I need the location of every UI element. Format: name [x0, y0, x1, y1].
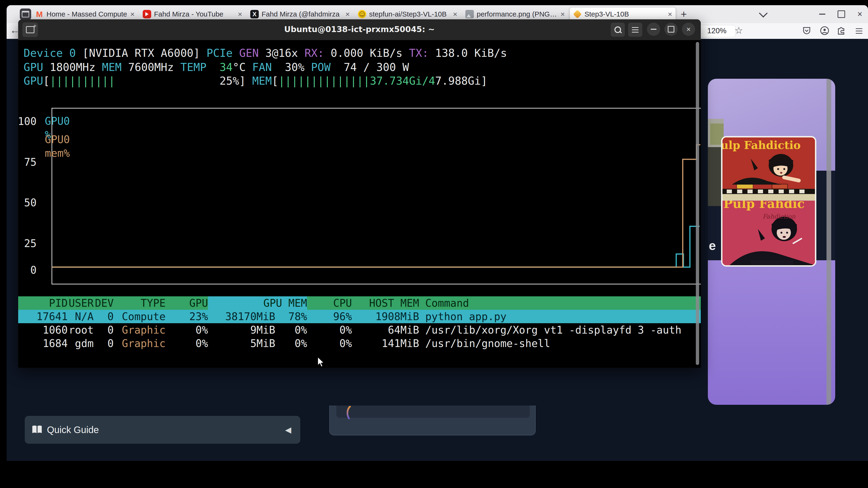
- terminal-scrollbar[interactable]: [696, 42, 699, 365]
- terminal-search-button[interactable]: [611, 23, 625, 37]
- terminal-window[interactable]: Ubuntu@0138-ict-prxmx50045: ~ × Device 0…: [18, 19, 701, 368]
- terminal-title: Ubuntu@0138-ict-prxmx50045: ~: [18, 25, 701, 34]
- process-cell: 38170MiB: [208, 310, 275, 323]
- partially-hidden-text: e: [709, 238, 716, 253]
- tab-list-chevron-icon[interactable]: [759, 9, 768, 18]
- nvtop-clock-line: GPU 1800MHz MEM 7600MHz TEMP 34°C FAN 30…: [24, 60, 409, 74]
- tab-1[interactable]: MHome - Massed Compute×: [32, 7, 138, 21]
- process-table-header[interactable]: PIDUSERDEVTYPEGPUGPU MEMCPUHOST MEMComma…: [18, 296, 701, 310]
- tab-label: Step3-VL-10B: [585, 10, 665, 18]
- window-controls: ×: [760, 5, 862, 23]
- process-cell: 96%: [307, 310, 352, 323]
- account-icon[interactable]: [820, 26, 829, 36]
- col-header[interactable]: GPU: [165, 296, 208, 310]
- nvtop-device-line: Device 0 [NVIDIA RTX A6000] PCIe GEN 3@1…: [24, 46, 507, 60]
- panel-lavender-band: [708, 260, 835, 405]
- example-gallery-panel[interactable]: e: [708, 79, 835, 405]
- tab-label: stepfun-ai/Step3-VL-10B: [369, 10, 450, 18]
- y-tick-label: 75: [18, 155, 36, 169]
- process-cell: 0%: [275, 323, 307, 337]
- terminal-titlebar[interactable]: Ubuntu@0138-ict-prxmx50045: ~ ×: [18, 19, 701, 40]
- process-cell: 0: [94, 310, 114, 323]
- col-header[interactable]: TYPE: [114, 296, 165, 310]
- quick-guide-accordion[interactable]: Quick Guide ◀: [25, 416, 300, 444]
- process-cell: /usr/lib/xorg/Xorg vt1 -displayfd 3 -aut…: [419, 323, 701, 337]
- tab-close-icon[interactable]: ×: [130, 10, 135, 19]
- process-cell: 0: [94, 323, 114, 337]
- tab-close-icon[interactable]: ×: [668, 10, 672, 19]
- tab-label: Fahd Mirza - YouTube: [154, 10, 235, 18]
- col-header[interactable]: USER: [68, 296, 94, 310]
- process-cell: 1060: [18, 323, 68, 337]
- terminal-minimize-button[interactable]: [647, 23, 660, 36]
- col-header[interactable]: CPU: [307, 296, 352, 310]
- col-header[interactable]: PID: [18, 296, 68, 310]
- poster-anime: ulp Fahdictio: [722, 137, 815, 201]
- process-row[interactable]: 1684gdm0Graphic0%5MiB0%0%141MiB/usr/bin/…: [18, 337, 701, 350]
- window-minimize-button[interactable]: [819, 14, 825, 14]
- col-header[interactable]: GPU MEM: [208, 296, 307, 310]
- tab-label: Home - Massed Compute: [46, 10, 127, 18]
- poster-top-title: ulp Fahdictio: [722, 139, 801, 152]
- pocket-icon[interactable]: [802, 26, 811, 36]
- col-header[interactable]: Command: [419, 296, 701, 310]
- process-cell: 1908MiB: [352, 310, 419, 323]
- youtube-icon: [143, 10, 151, 19]
- process-cell: N/A: [68, 310, 94, 323]
- y-tick-label: 25: [18, 237, 36, 250]
- massed-compute-icon: M: [35, 10, 44, 19]
- stepfun-icon: [573, 10, 582, 19]
- process-cell: 0: [94, 337, 114, 350]
- menu-hamburger-icon[interactable]: [856, 28, 862, 34]
- tab-2[interactable]: Fahd Mirza - YouTube×: [140, 7, 246, 21]
- new-tab-button[interactable]: +: [681, 8, 687, 20]
- legend-entry: GPU0 mem%: [45, 133, 70, 160]
- process-row[interactable]: 17641N/A0Compute23%38170MiB78%96%1908MiB…: [18, 310, 701, 323]
- window-restore-button[interactable]: [838, 10, 845, 18]
- process-cell: Graphic: [114, 323, 165, 337]
- process-cell: /usr/bin/gnome-shell: [419, 337, 701, 350]
- process-cell: 0%: [275, 337, 307, 350]
- process-cell: 5MiB: [208, 337, 275, 350]
- tab-close-icon[interactable]: ×: [560, 10, 565, 19]
- extensions-puzzle-icon[interactable]: [836, 26, 846, 36]
- window-close-button[interactable]: ×: [857, 10, 862, 19]
- tab-5[interactable]: performance.png (PNG Ima×: [462, 7, 568, 21]
- terminal-menu-button[interactable]: [628, 23, 642, 37]
- gradio-inner-box: [336, 405, 530, 418]
- process-cell: 0%: [307, 337, 352, 350]
- poster-photo: Pulp Fahdic Fahdiction: [722, 201, 815, 265]
- book-icon: [31, 425, 43, 434]
- bookmark-star-icon[interactable]: ☆: [735, 25, 743, 36]
- col-header[interactable]: HOST MEM: [352, 296, 419, 310]
- tab-3[interactable]: XFahd Mirza (@fahdmirza×: [247, 7, 353, 21]
- browser-view-icon[interactable]: [20, 8, 31, 20]
- zoom-level-badge[interactable]: 120%: [707, 26, 726, 35]
- process-cell: root: [68, 323, 94, 337]
- process-cell: 9MiB: [208, 323, 275, 337]
- panel-scrollbar[interactable]: [827, 79, 831, 405]
- tab-close-icon[interactable]: ×: [238, 10, 242, 19]
- image-file-icon: [465, 10, 474, 19]
- x-icon: X: [250, 10, 259, 19]
- tab-close-icon[interactable]: ×: [345, 10, 350, 19]
- poster-image-card[interactable]: ulp Fahdictio Pulp F: [721, 136, 816, 267]
- quick-guide-label: Quick Guide: [47, 425, 285, 435]
- tab-close-icon[interactable]: ×: [453, 10, 457, 19]
- tab-6[interactable]: Step3-VL-10B×: [569, 7, 676, 21]
- screen: MHome - Massed Compute×Fahd Mirza - YouT…: [0, 0, 868, 488]
- tab-4[interactable]: ☺stepfun-ai/Step3-VL-10B×: [354, 7, 461, 21]
- poster-bottom-title: Pulp Fahdic: [723, 201, 805, 211]
- process-row[interactable]: 1060root0Graphic0%9MiB0%0%64MiB/usr/lib/…: [18, 323, 701, 337]
- y-tick-label: 0: [18, 263, 36, 277]
- gradio-output-panel: [329, 405, 536, 435]
- process-cell: 78%: [275, 310, 307, 323]
- terminal-content[interactable]: Device 0 [NVIDIA RTX A6000] PCIe GEN 3@1…: [18, 40, 701, 368]
- process-cell: 17641: [18, 310, 68, 323]
- terminal-maximize-button[interactable]: [664, 23, 678, 36]
- poster-script-text: Fahdiction: [763, 213, 795, 220]
- col-header[interactable]: DEV: [94, 296, 114, 310]
- y-tick-label: 100: [18, 115, 36, 128]
- process-cell: 0%: [165, 323, 208, 337]
- terminal-close-button[interactable]: ×: [682, 23, 695, 36]
